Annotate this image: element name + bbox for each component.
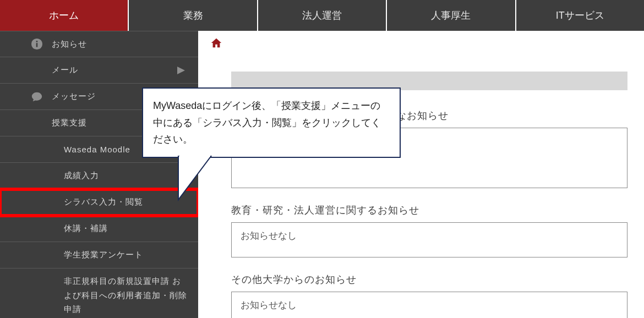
callout-text: MyWasedaにログイン後、「授業支援」メニューの中にある「シラバス入力・閲覧…: [153, 100, 381, 145]
svg-rect-1: [36, 43, 38, 47]
breadcrumb: [198, 31, 644, 55]
sidebar-item-hiseiki[interactable]: 非正規科目の新規設置申請 および科目への利用者追加・削除申請: [0, 268, 198, 318]
tab-label: ITサービス: [556, 9, 604, 22]
tab-houjin[interactable]: 法人運営: [258, 0, 387, 31]
sidebar-item-oshirase[interactable]: お知らせ: [0, 31, 198, 57]
tab-home[interactable]: ホーム: [0, 0, 129, 31]
svg-marker-5: [179, 156, 210, 157]
speech-bubble-icon: [31, 91, 43, 103]
sidebar-item-label: お知らせ: [52, 39, 87, 50]
sidebar-item-kyuko[interactable]: 休講・補講: [0, 216, 198, 242]
sidebar-item-enquete[interactable]: 学生授業アンケート: [0, 242, 198, 268]
notice-block-2: 教育・研究・法人運営に関するお知らせ お知らせなし: [231, 204, 644, 257]
tab-label: ホーム: [49, 9, 79, 22]
block-body: お知らせなし: [231, 222, 627, 257]
notice-block-3: その他大学からのお知らせ お知らせなし: [231, 273, 644, 318]
sidebar-item-label: 非正規科目の新規設置申請 および科目への利用者追加・削除申請: [64, 274, 188, 316]
sidebar-item-label: 休講・補講: [64, 223, 108, 234]
chevron-right-icon: [177, 67, 185, 74]
sidebar-item-mail[interactable]: メール: [0, 57, 198, 84]
block-body: お知らせなし: [231, 292, 627, 318]
sidebar: お知らせ メール メッセージ 授業支援 Waseda Moodle 成績入力 シ…: [0, 31, 198, 318]
sidebar-item-label: メッセージ: [52, 91, 96, 102]
svg-marker-4: [178, 156, 211, 200]
tab-it[interactable]: ITサービス: [516, 0, 644, 31]
content-area: なお知らせ 教育・研究・法人運営に関するお知らせ お知らせなし その他大学からの…: [198, 31, 644, 318]
instruction-callout: MyWasedaにログイン後、「授業支援」メニューの中にある「シラバス入力・閲覧…: [142, 87, 401, 158]
sidebar-item-label: シラバス入力・閲覧: [64, 197, 143, 207]
sidebar-item-label: 授業支援: [52, 118, 87, 128]
sidebar-item-seiseki[interactable]: 成績入力: [0, 163, 198, 189]
block-title: 教育・研究・法人運営に関するお知らせ: [231, 204, 644, 217]
svg-rect-2: [36, 41, 38, 42]
tab-gyoumu[interactable]: 業務: [129, 0, 258, 31]
tab-jinji[interactable]: 人事厚生: [387, 0, 516, 31]
block-title: その他大学からのお知らせ: [231, 273, 644, 286]
tab-label: 業務: [183, 9, 203, 22]
tab-label: 人事厚生: [431, 9, 471, 22]
svg-marker-3: [177, 67, 185, 74]
tab-label: 法人運営: [302, 9, 342, 22]
top-nav: ホーム 業務 法人運営 人事厚生 ITサービス: [0, 0, 644, 31]
sidebar-item-syllabus[interactable]: シラバス入力・閲覧: [0, 189, 198, 216]
sidebar-item-label: 成績入力: [64, 171, 99, 181]
sidebar-item-label: 学生授業アンケート: [64, 250, 143, 260]
info-icon: [31, 38, 43, 50]
main-layout: お知らせ メール メッセージ 授業支援 Waseda Moodle 成績入力 シ…: [0, 31, 644, 318]
home-icon[interactable]: [210, 37, 222, 49]
sidebar-item-label: Waseda Moodle: [64, 145, 130, 154]
sidebar-item-label: メール: [52, 65, 78, 75]
